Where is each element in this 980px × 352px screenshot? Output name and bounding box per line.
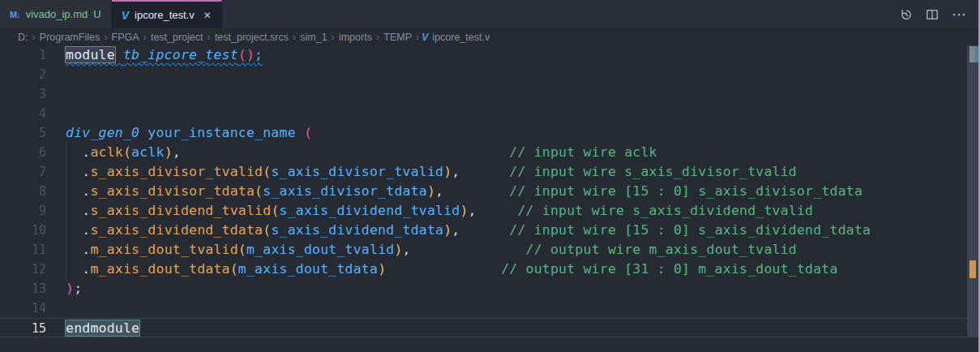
code-text: div_gen_0 your_instance_name ( <box>66 123 312 143</box>
code-token: s_axis_dividend_tvalid <box>90 203 271 218</box>
code-token <box>66 203 82 218</box>
breadcrumb-item[interactable]: imports <box>337 32 374 43</box>
breadcrumb-item[interactable]: test_project <box>149 32 205 43</box>
line-number: 10 <box>0 221 46 240</box>
line-number: 6 <box>0 143 46 162</box>
code-line[interactable]: 10 .s_axis_dividend_tdata(s_axis_dividen… <box>0 221 980 240</box>
code-text: endmodule <box>66 319 139 337</box>
code-line[interactable]: 14 <box>0 298 980 318</box>
code-token: ( <box>263 222 271 238</box>
code-text: module tb_ipcore_test(); <box>66 45 263 65</box>
code-token: m_axis_dout_tdata <box>90 261 229 277</box>
breadcrumb-item[interactable]: sim_1 <box>298 32 328 43</box>
code-lines: 1module tb_ipcore_test();2345div_gen_0 y… <box>0 45 980 337</box>
breadcrumb-item[interactable]: test_project.srcs <box>213 32 290 43</box>
code-token: module <box>66 47 115 62</box>
code-token: // input wire [15 : 0] s_axis_divisor_td… <box>509 183 862 199</box>
code-token: // input wire [15 : 0] s_axis_dividend_t… <box>509 222 871 238</box>
split-editor-icon[interactable] <box>926 8 939 21</box>
timeline-history-icon[interactable] <box>900 8 913 21</box>
code-line[interactable]: 2 <box>0 65 980 84</box>
code-line[interactable]: 12 .m_axis_dout_tdata(m_axis_dout_tdata)… <box>0 260 980 279</box>
code-line[interactable]: 9 .s_axis_dividend_tvalid(s_axis_dividen… <box>0 201 980 221</box>
breadcrumb-separator-icon: › <box>205 31 213 43</box>
code-token: s_axis_dividend_tdata <box>90 222 263 238</box>
code-token: ) <box>165 144 173 160</box>
code-token <box>411 242 526 257</box>
code-line[interactable]: 4 <box>0 104 980 123</box>
code-token: . <box>82 183 90 199</box>
code-line[interactable]: 5div_gen_0 your_instance_name ( <box>0 123 980 143</box>
code-token: ( <box>271 203 279 218</box>
code-text: .m_axis_dout_tdata(m_axis_dout_tdata) //… <box>66 260 838 279</box>
breadcrumb-separator-icon: › <box>30 31 38 43</box>
breadcrumb-separator-icon: › <box>101 31 109 43</box>
tab-ipcore-test-v[interactable]: V ipcore_test.v ✕ <box>112 0 222 28</box>
code-token: endmodule <box>66 320 139 336</box>
code-text: .m_axis_dout_tvalid(m_axis_dout_tvalid),… <box>66 240 797 260</box>
code-token: ) <box>443 222 451 238</box>
line-number: 5 <box>0 123 46 143</box>
breadcrumb-item[interactable]: FPGA <box>110 32 141 43</box>
line-number: 9 <box>0 201 46 221</box>
tab-vivado-ip-md[interactable]: M↓ vivado_ip.md U <box>0 0 112 28</box>
breadcrumb-item[interactable]: ProgramFiles <box>38 32 101 43</box>
code-token: m_axis_dout_tvalid <box>90 242 238 257</box>
code-token: ; <box>255 47 263 62</box>
code-text: .s_axis_divisor_tdata(s_axis_divisor_tda… <box>66 182 862 201</box>
code-token <box>115 47 123 62</box>
code-line[interactable]: 15endmodule <box>0 318 980 337</box>
code-token: ( <box>263 164 271 179</box>
breadcrumb-separator-icon: › <box>290 31 298 43</box>
indent-guide <box>66 143 66 279</box>
code-token: // input wire s_axis_dividend_tvalid <box>517 203 813 218</box>
code-token <box>181 144 509 160</box>
line-number: 2 <box>0 65 46 84</box>
scrollbar-thumb[interactable] <box>967 45 978 337</box>
code-line[interactable]: 7 .s_axis_divisor_tvalid(s_axis_divisor_… <box>0 162 980 182</box>
code-token: // input wire s_axis_divisor_tvalid <box>509 164 797 179</box>
code-token: aclk <box>90 144 123 160</box>
code-line[interactable]: 11 .m_axis_dout_tvalid(m_axis_dout_tvali… <box>0 240 980 260</box>
editor-actions: ⋯ <box>900 0 980 28</box>
code-line[interactable]: 6 .aclk(aclk), // input wire aclk <box>0 143 980 162</box>
close-icon[interactable]: ✕ <box>203 10 212 21</box>
code-line[interactable]: 8 .s_axis_divisor_tdata(s_axis_divisor_t… <box>0 182 980 201</box>
code-token: ) <box>443 164 451 179</box>
code-token <box>477 203 518 218</box>
vscode-window: M↓ vivado_ip.md U V ipcore_test.v ✕ ⋯ D:… <box>0 0 980 352</box>
code-line[interactable]: 1module tb_ipcore_test(); <box>0 45 980 65</box>
line-number: 8 <box>0 182 46 201</box>
code-token: // output wire [31 : 0] m_axis_dout_tdat… <box>501 261 838 277</box>
breadcrumb-file[interactable]: V ipcore_test.v <box>422 32 490 43</box>
breadcrumb-item[interactable]: TEMP <box>382 32 413 43</box>
line-number: 12 <box>0 260 46 279</box>
verilog-icon: V <box>122 9 129 22</box>
code-token: ( <box>255 183 263 199</box>
code-token: . <box>82 261 90 277</box>
code-token: ; <box>74 281 82 296</box>
code-token: s_axis_dividend_tvalid <box>280 203 460 218</box>
code-line[interactable]: 3 <box>0 84 980 104</box>
verilog-icon: V <box>422 32 428 43</box>
overview-marker-orange-icon <box>969 260 976 278</box>
breadcrumb-separator-icon: › <box>141 31 149 43</box>
code-token: ) <box>460 203 468 218</box>
more-actions-icon[interactable]: ⋯ <box>952 6 967 24</box>
code-token: . <box>82 222 90 238</box>
code-token: m_axis_dout_tdata <box>238 261 378 277</box>
code-token: s_axis_divisor_tdata <box>90 183 255 199</box>
breadcrumb-item[interactable]: D: <box>16 32 30 43</box>
code-token: your_instance_name <box>148 125 295 140</box>
code-token: ( <box>238 242 246 257</box>
code-token: div_gen_0 <box>66 125 139 140</box>
code-editor[interactable]: 1module tb_ipcore_test();2345div_gen_0 y… <box>0 45 980 352</box>
code-line[interactable]: 13); <box>0 279 980 298</box>
code-token: // input wire aclk <box>509 144 657 160</box>
breadcrumb-separator-icon: › <box>374 31 382 43</box>
line-number: 1 <box>0 45 46 65</box>
code-token: m_axis_dout_tvalid <box>246 242 394 257</box>
code-token <box>66 222 82 238</box>
code-token <box>66 183 82 199</box>
breadcrumb-separator-icon: › <box>413 31 422 43</box>
